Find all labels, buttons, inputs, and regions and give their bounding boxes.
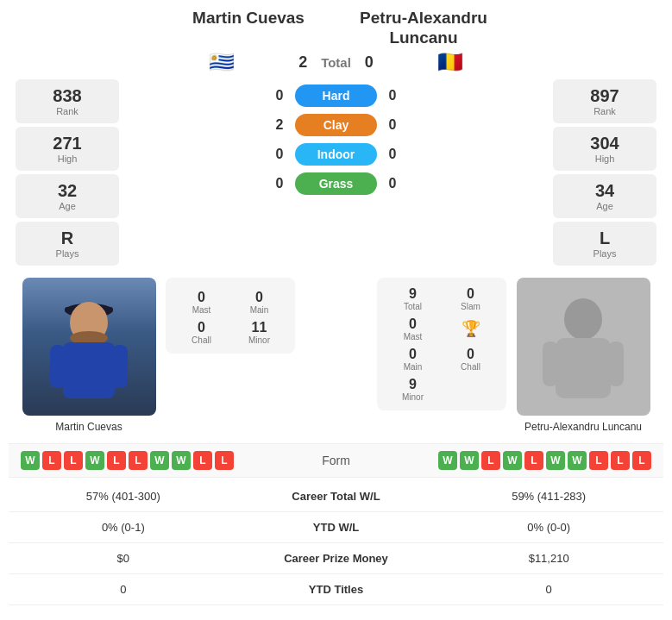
svg-rect-5 [50, 345, 66, 388]
stats-table-row: $0 Career Prize Money $11,210 [9, 542, 663, 573]
left-player-header: Martin Cuevas [162, 9, 335, 28]
form-badge-w: W [172, 451, 191, 470]
svg-rect-8 [556, 338, 611, 398]
svg-point-7 [564, 298, 602, 340]
form-section: WLLWLLWWLL Form WWLWLWWLLL [9, 443, 663, 478]
right-age-label: Age [562, 201, 648, 211]
svg-rect-10 [608, 341, 624, 386]
stats-table-right-val: $11,210 [434, 542, 663, 573]
match-total-right: 0 [365, 53, 374, 72]
stats-table-left-val: 0 [9, 573, 238, 604]
surface-btn-clay[interactable]: Clay [295, 114, 377, 136]
right-minor-stat: 9 Minor [386, 377, 440, 402]
svg-rect-6 [112, 345, 128, 388]
right-player-photo [517, 278, 650, 416]
form-badge-w: W [150, 451, 169, 470]
surface-left-score-clay: 2 [271, 117, 288, 133]
left-age-label: Age [24, 201, 110, 211]
left-player-silhouette [46, 286, 132, 407]
center-col: 0Hard02Clay00Indoor00Grass0 [122, 79, 550, 266]
form-badge-l: L [64, 451, 83, 470]
left-stats-grid2: 0 Mast 0 Main 0 Chall 11 Minor [174, 290, 286, 345]
form-badge-l: L [589, 451, 608, 470]
left-mast2: 0 Mast [174, 290, 229, 315]
match-total-left: 2 [298, 53, 307, 72]
left-plays-label: Plays [24, 248, 110, 259]
form-badge-w: W [438, 451, 457, 470]
stats-table-row: 57% (401-300) Career Total W/L 59% (411-… [9, 481, 663, 512]
left-stats-col: 838 Rank 271 High 32 Age R Plays [16, 79, 119, 266]
left-form-badges: WLLWLLWWLL [21, 451, 234, 470]
form-badge-l: L [611, 451, 630, 470]
left-rank-box: 838 Rank [16, 79, 119, 123]
right-chall-stat: 0 Chall [443, 347, 498, 372]
surface-buttons: 0Hard02Clay00Indoor00Grass0 [122, 85, 550, 195]
right-photo-card: Petru-Alexandru Luncanu [510, 278, 656, 433]
form-center-label: Form [237, 454, 435, 467]
right-high-value: 304 [562, 134, 648, 153]
right-trophy-cell: 🏆 [443, 316, 498, 341]
right-player-silhouette [540, 286, 626, 407]
stats-table-center-label: Career Prize Money [238, 542, 435, 573]
stats-table-right-val: 59% (411-283) [434, 481, 663, 512]
form-badge-l: L [193, 451, 212, 470]
surface-row-grass: 0Grass0 [122, 172, 550, 195]
left-plays-box: R Plays [16, 222, 119, 266]
stats-table: 57% (401-300) Career Total W/L 59% (411-… [9, 481, 663, 605]
right-player-header: Petru-Alexandru Luncanu [337, 9, 510, 48]
match-total-label: Total [321, 55, 351, 70]
form-badge-l: L [107, 451, 126, 470]
stats-columns: 838 Rank 271 High 32 Age R Plays 0Hard02… [9, 76, 663, 269]
svg-rect-4 [63, 342, 115, 398]
left-rank-label: Rank [24, 106, 110, 116]
bottom-cards: Martin Cuevas 11 Total 0 Slam 0 Mast 🏆 [9, 272, 663, 438]
form-badge-l: L [524, 451, 543, 470]
left-high-label: High [24, 153, 110, 164]
right-high-box: 304 High [553, 127, 656, 171]
form-badge-l: L [215, 451, 234, 470]
right-slam-stat: 0 Slam [443, 286, 498, 311]
right-player-stats-card: 9 Total 0 Slam 0 Mast 🏆 0 Main [377, 278, 506, 410]
left-plays-value: R [24, 229, 110, 248]
stats-table-row: 0% (0-1) YTD W/L 0% (0-0) [9, 511, 663, 542]
stats-table-left-val: 57% (401-300) [9, 481, 238, 512]
left-player-photo [22, 278, 156, 416]
surface-left-score-grass: 0 [271, 176, 288, 191]
surface-right-score-hard: 0 [384, 88, 401, 103]
right-plays-box: L Plays [553, 222, 656, 266]
right-age-value: 34 [562, 181, 648, 201]
surface-row-clay: 2Clay0 [122, 114, 550, 136]
surface-btn-indoor[interactable]: Indoor [295, 143, 377, 166]
stats-table-right-val: 0% (0-0) [434, 511, 663, 542]
form-badge-w: W [460, 451, 479, 470]
stats-table-center-label: YTD W/L [238, 511, 435, 542]
stats-table-center-label: YTD Titles [238, 573, 435, 604]
stats-table-row: 0 YTD Titles 0 [9, 573, 663, 604]
surface-btn-hard[interactable]: Hard [295, 85, 377, 107]
right-flag: 🇷🇴 [437, 50, 463, 73]
surface-right-score-clay: 0 [384, 117, 401, 133]
surface-row-indoor: 0Indoor0 [122, 143, 550, 166]
surface-right-score-indoor: 0 [384, 147, 401, 162]
right-plays-value: L [562, 229, 648, 248]
left-high-box: 271 High [16, 127, 119, 171]
right-rank-box: 897 Rank [553, 79, 656, 123]
form-badge-l: L [42, 451, 61, 470]
left-rank-value: 838 [24, 86, 110, 106]
form-badge-l: L [129, 451, 148, 470]
stats-table-left-val: 0% (0-1) [9, 511, 238, 542]
surface-left-score-indoor: 0 [271, 147, 288, 162]
left-photo-name: Martin Cuevas [55, 421, 122, 433]
main-container: Martin Cuevas Petru-Alexandru Luncanu 🇺🇾… [0, 0, 672, 614]
left-main2: 0 Main [232, 290, 286, 315]
right-plays-label: Plays [562, 248, 648, 259]
surface-btn-grass[interactable]: Grass [295, 172, 377, 195]
form-badge-l: L [632, 451, 651, 470]
right-form-badges: WWLWLWWLLL [438, 451, 651, 470]
right-photo-name: Petru-Alexandru Luncanu [524, 421, 642, 433]
right-high-label: High [562, 153, 648, 164]
surface-row-hard: 0Hard0 [122, 85, 550, 107]
left-age-value: 32 [24, 181, 110, 201]
flags-row: 🇺🇾 2 Total 0 🇷🇴 [9, 48, 663, 76]
form-badge-w: W [85, 451, 104, 470]
